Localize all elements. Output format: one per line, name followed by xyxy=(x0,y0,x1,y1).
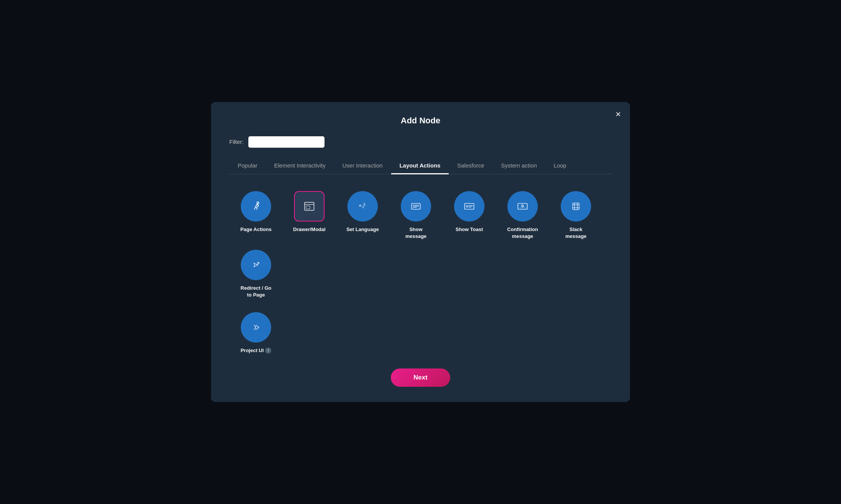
tab-layout-actions[interactable]: Layout Actions xyxy=(391,158,449,174)
nodes-grid: Page Actions Drawer/Modal xyxy=(229,188,612,302)
tab-system-action[interactable]: System action xyxy=(492,158,545,174)
node-drawer-modal[interactable]: Drawer/Modal xyxy=(283,188,336,243)
tab-salesforce[interactable]: Salesforce xyxy=(449,158,492,174)
show-message-icon xyxy=(401,191,431,222)
page-actions-label: Page Actions xyxy=(240,226,272,233)
confirmation-message-icon xyxy=(507,191,538,222)
svg-point-23 xyxy=(523,206,523,207)
filter-input[interactable] xyxy=(248,136,325,148)
project-ui-info-icon[interactable]: i xyxy=(265,348,271,354)
tab-loop[interactable]: Loop xyxy=(545,158,575,174)
add-node-modal: × Add Node Filter: Popular Element Inter… xyxy=(211,102,630,402)
modal-title: Add Node xyxy=(229,116,612,126)
node-page-actions[interactable]: Page Actions xyxy=(229,188,283,243)
tabs-bar: Popular Element Interactivity User Inter… xyxy=(229,158,612,174)
filter-label: Filter: xyxy=(229,139,244,145)
svg-text:A: A xyxy=(359,203,361,207)
page-actions-icon xyxy=(241,191,271,222)
tab-element-interactivity[interactable]: Element Interactivity xyxy=(266,158,334,174)
close-button[interactable]: × xyxy=(616,110,621,119)
tab-popular[interactable]: Popular xyxy=(229,158,266,174)
tab-user-interaction[interactable]: User Interaction xyxy=(334,158,391,174)
show-toast-icon xyxy=(454,191,484,222)
node-show-toast[interactable]: Show Toast xyxy=(443,188,496,243)
set-language-icon: A 文 xyxy=(347,191,378,222)
slack-message-icon xyxy=(561,191,591,222)
set-language-label: Set Language xyxy=(346,226,379,233)
node-confirmation-message[interactable]: Confirmationmessage xyxy=(496,188,549,243)
redirect-label: Redirect / Goto Page xyxy=(241,285,272,298)
svg-point-25 xyxy=(569,199,583,214)
next-button[interactable]: Next xyxy=(391,368,451,387)
confirmation-message-label: Confirmationmessage xyxy=(507,226,538,240)
drawer-modal-label: Drawer/Modal xyxy=(293,226,325,233)
node-set-language[interactable]: A 文 Set Language xyxy=(336,188,389,243)
svg-text:文: 文 xyxy=(362,205,365,208)
show-message-label: Showmessage xyxy=(405,226,427,240)
project-ui-label-row: Project UI i xyxy=(241,347,272,354)
svg-point-31 xyxy=(249,258,263,272)
drawer-modal-icon xyxy=(294,191,325,222)
node-redirect[interactable]: Redirect / Goto Page xyxy=(229,247,283,301)
modal-overlay: × Add Node Filter: Popular Element Inter… xyxy=(0,0,841,504)
project-ui-label: Project UI xyxy=(241,347,264,354)
nodes-grid-row2: Project UI i xyxy=(229,309,612,357)
filter-row: Filter: xyxy=(229,136,612,148)
slack-message-label: Slackmessage xyxy=(565,226,587,240)
project-ui-icon xyxy=(241,312,271,343)
node-slack-message[interactable]: Slackmessage xyxy=(549,188,603,243)
node-show-message[interactable]: Showmessage xyxy=(389,188,443,243)
svg-point-32 xyxy=(249,320,263,335)
redirect-icon xyxy=(241,250,271,280)
show-toast-label: Show Toast xyxy=(456,226,483,233)
node-project-ui[interactable]: Project UI i xyxy=(229,309,283,357)
svg-rect-4 xyxy=(306,206,310,209)
